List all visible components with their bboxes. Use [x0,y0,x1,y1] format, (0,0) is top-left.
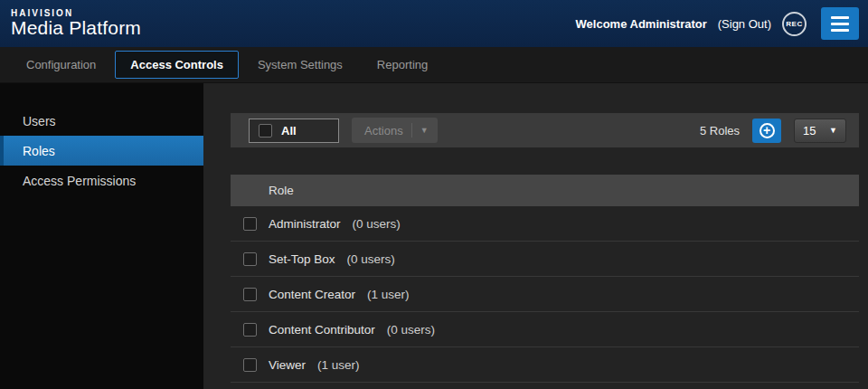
role-user-count: (1 user) [317,358,360,372]
sidebar-item-access-permissions[interactable]: Access Permissions [0,166,203,195]
chevron-down-icon: ▼ [420,127,429,135]
hamburger-menu-button[interactable] [821,7,859,40]
chevron-down-icon: ▼ [829,127,837,135]
row-checkbox[interactable] [243,288,257,301]
header-right: Welcome Administrator (Sign Out) REC [576,7,859,40]
tab-access-controls[interactable]: Access Controls [115,51,239,79]
tab-configuration[interactable]: Configuration [11,51,111,79]
role-user-count: (0 users) [353,217,401,231]
row-checkbox[interactable] [243,358,257,372]
role-user-count: (1 user) [367,288,410,301]
role-user-count: (0 users) [347,252,395,266]
app-window: HAIVISION Media Platform Welcome Adminis… [0,0,868,389]
toolbar: All Actions ▼ 5 Roles + 15 ▼ [231,113,859,147]
main-nav: Configuration Access Controls System Set… [0,47,868,83]
tab-reporting[interactable]: Reporting [362,51,443,79]
page-body: Users Roles Access Permissions All Actio… [0,83,868,389]
page-size-value: 15 [803,124,816,138]
rec-badge: REC [782,12,807,36]
main-content: All Actions ▼ 5 Roles + 15 ▼ [203,83,868,389]
table-row-content-contributor[interactable]: Content Contributor (0 users) [231,312,859,347]
table-row-content-creator[interactable]: Content Creator (1 user) [231,277,859,312]
sidebar-item-roles[interactable]: Roles [0,136,203,166]
table-header-row: Role [231,175,859,206]
roles-table: Role Administrator (0 users) Set-Top Box… [231,175,859,383]
actions-label: Actions [364,124,403,138]
roles-count: 5 Roles [700,124,740,138]
column-header-role: Role [269,184,294,197]
select-all-control[interactable]: All [249,119,339,143]
select-all-checkbox[interactable] [259,124,272,138]
role-name: Content Contributor [269,323,375,337]
row-checkbox[interactable] [243,217,257,231]
hamburger-icon [831,16,849,19]
sign-out-link[interactable]: (Sign Out) [718,17,771,31]
select-all-label: All [281,124,297,138]
role-name: Viewer [269,358,306,372]
sidebar: Users Roles Access Permissions [0,83,203,389]
welcome-text: Welcome Administrator [576,17,707,31]
role-name: Administrator [269,217,341,231]
row-checkbox[interactable] [243,252,257,266]
sidebar-item-users[interactable]: Users [0,106,203,136]
page-size-dropdown[interactable]: 15 ▼ [794,119,846,143]
button-divider [411,123,412,138]
table-row-viewer[interactable]: Viewer (1 user) [231,347,859,383]
role-name: Set-Top Box [269,252,335,266]
role-user-count: (0 users) [387,323,435,337]
app-header: HAIVISION Media Platform Welcome Adminis… [0,0,868,47]
plus-circle-icon: + [760,123,775,138]
row-checkbox[interactable] [243,323,257,337]
logo-product: Media Platform [11,18,141,38]
role-name: Content Creator [269,288,355,301]
logo: HAIVISION Media Platform [11,9,141,39]
tab-system-settings[interactable]: System Settings [242,51,358,79]
actions-dropdown[interactable]: Actions ▼ [352,118,438,143]
table-row-set-top-box[interactable]: Set-Top Box (0 users) [231,242,859,277]
add-role-button[interactable]: + [752,119,781,143]
table-row-administrator[interactable]: Administrator (0 users) [231,206,859,242]
